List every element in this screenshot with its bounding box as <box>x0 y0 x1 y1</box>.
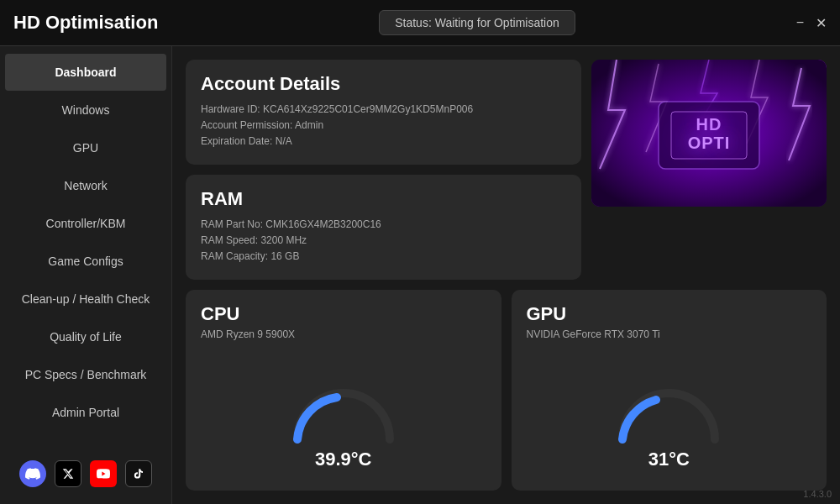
hero-line2: OPTI <box>688 134 731 152</box>
sidebar-item-game-configs[interactable]: Game Configs <box>5 243 166 280</box>
sidebar-item-admin-portal[interactable]: Admin Portal <box>5 394 166 431</box>
account-title: Account Details <box>201 73 566 95</box>
cpu-temperature: 39.9°C <box>315 449 372 470</box>
permission-line: Account Permission: Admin <box>201 119 566 131</box>
main-layout: DashboardWindowsGPUNetworkController/KBM… <box>0 46 840 504</box>
permission-value: Admin <box>295 119 323 131</box>
cpu-card: CPU AMD Ryzen 9 5900X 39.9°C <box>186 290 501 491</box>
cpu-title: CPU <box>201 303 486 325</box>
x-icon[interactable] <box>55 460 81 487</box>
expiration-line: Expiration Date: N/A <box>201 135 566 147</box>
close-button[interactable]: ✕ <box>816 15 827 31</box>
youtube-icon[interactable] <box>90 460 117 487</box>
sidebar-item-quality-of-life[interactable]: Quality of Life <box>5 318 166 355</box>
gpu-card: GPU NVIDIA GeForce RTX 3070 Ti 31°C <box>512 290 827 491</box>
gpu-gauge-svg <box>610 376 727 448</box>
titlebar: HD Optimisation Status: Waiting for Opti… <box>0 0 840 46</box>
sidebar-item-gpu[interactable]: GPU <box>5 129 166 166</box>
gpu-temperature: 31°C <box>648 449 690 470</box>
hero-line1: HD <box>688 115 731 134</box>
gpu-gauge-container: 31°C <box>527 347 812 477</box>
ram-capacity-value: 16 GB <box>270 250 299 262</box>
gpu-title: GPU <box>527 303 812 325</box>
content: Account Details Hardware ID: KCA614Xz922… <box>172 46 840 504</box>
hardware-id-line: Hardware ID: KCA614Xz9225C01Cer9MM2Gy1KD… <box>201 103 566 115</box>
tiktok-icon[interactable] <box>125 460 152 487</box>
sidebar-item-dashboard[interactable]: Dashboard <box>5 54 166 91</box>
hardware-id-value: KCA614Xz9225C01Cer9MM2Gy1KD5MnP006 <box>263 103 473 115</box>
gpu-model: NVIDIA GeForce RTX 3070 Ti <box>527 328 812 340</box>
cpu-gauge-container: 39.9°C <box>201 347 486 477</box>
ram-part-line: RAM Part No: CMK16GX4M2B3200C16 <box>201 218 566 230</box>
ram-card: RAM RAM Part No: CMK16GX4M2B3200C16 RAM … <box>186 175 581 280</box>
hero-text: HD OPTI <box>688 115 731 152</box>
expiration-label: Expiration Date: <box>201 135 272 147</box>
permission-label: Account Permission: <box>201 119 292 131</box>
ram-speed-label: RAM Speed: <box>201 234 258 246</box>
hardware-id-label: Hardware ID: <box>201 103 260 115</box>
sidebar-item-cleanup[interactable]: Clean-up / Health Check <box>5 281 166 318</box>
ram-speed-line: RAM Speed: 3200 MHz <box>201 234 566 246</box>
status-bar: Status: Waiting for Optimisation <box>379 10 575 35</box>
account-card: Account Details Hardware ID: KCA614Xz922… <box>186 60 581 165</box>
ram-capacity-line: RAM Capacity: 16 GB <box>201 250 566 262</box>
sidebar-item-pc-specs[interactable]: PC Specs / Benchmark <box>5 356 166 393</box>
sidebar: DashboardWindowsGPUNetworkController/KBM… <box>0 46 172 504</box>
ram-part-value: CMK16GX4M2B3200C16 <box>265 218 381 230</box>
top-row: Account Details Hardware ID: KCA614Xz922… <box>186 60 827 280</box>
sidebar-item-windows[interactable]: Windows <box>5 92 166 129</box>
sidebar-item-controller-kbm[interactable]: Controller/KBM <box>5 205 166 242</box>
sidebar-item-network[interactable]: Network <box>5 167 166 204</box>
ram-part-label: RAM Part No: <box>201 218 263 230</box>
hero-image: HD OPTI <box>591 60 827 207</box>
expiration-value: N/A <box>276 135 292 147</box>
version-label: 1.4.3.0 <box>803 489 832 499</box>
sidebar-socials <box>0 452 171 497</box>
bottom-row: CPU AMD Ryzen 9 5900X 39.9°C GPU NVIDIA … <box>186 290 827 491</box>
discord-icon[interactable] <box>19 460 46 487</box>
sidebar-items: DashboardWindowsGPUNetworkController/KBM… <box>0 53 171 432</box>
ram-speed-value: 3200 MHz <box>260 234 307 246</box>
minimize-button[interactable]: − <box>796 15 804 30</box>
app-title: HD Optimisation <box>13 12 158 34</box>
window-controls: − ✕ <box>796 15 827 31</box>
ram-title: RAM <box>201 188 566 210</box>
ram-capacity-label: RAM Capacity: <box>201 250 268 262</box>
cpu-gauge-svg <box>285 376 402 448</box>
cpu-model: AMD Ryzen 9 5900X <box>201 328 486 340</box>
